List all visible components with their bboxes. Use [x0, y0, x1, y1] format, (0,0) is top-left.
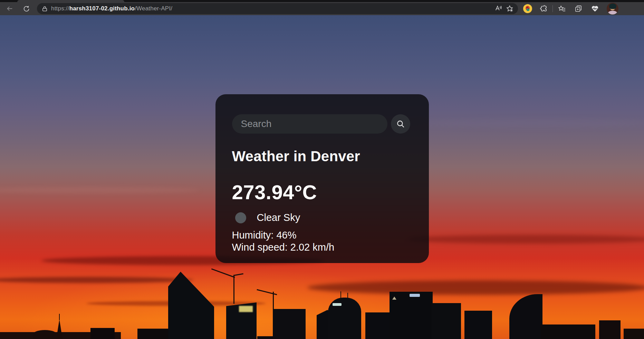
- search-button[interactable]: [391, 114, 410, 134]
- tall-dark-tower: [390, 292, 433, 339]
- curved-top-tower: [509, 294, 542, 339]
- wind-speed-text: Wind speed: 2.02 km/h: [232, 241, 412, 253]
- weather-title: Weather in Denver: [232, 148, 412, 165]
- church-spire-silhouette: [56, 319, 63, 339]
- search-input[interactable]: [232, 114, 387, 134]
- extensions-puzzle-icon: [539, 4, 548, 13]
- ladybug-extension-button[interactable]: [522, 3, 533, 14]
- extensions-button[interactable]: [538, 3, 549, 14]
- url-host: harsh3107-02.github.io: [69, 5, 135, 12]
- url-text: https://harsh3107-02.github.io/Weather-A…: [51, 5, 172, 12]
- page-viewport: Weather in Denver 273.94°C Clear Sky Hum…: [0, 15, 644, 339]
- favorites-button[interactable]: [556, 3, 567, 14]
- ladybug-extension-icon: [523, 4, 532, 13]
- url-scheme: https://: [51, 5, 69, 12]
- address-bar[interactable]: https://harsh3107-02.github.io/Weather-A…: [37, 3, 518, 14]
- favorites-star-icon: [558, 5, 566, 13]
- weather-card: Weather in Denver 273.94°C Clear Sky Hum…: [215, 94, 429, 263]
- collections-icon: [575, 5, 583, 13]
- weather-condition-text: Clear Sky: [257, 212, 300, 223]
- sloped-roof-tower: [226, 302, 257, 339]
- back-icon: [6, 5, 13, 12]
- heart-pulse-icon: [591, 4, 599, 13]
- url-path: /Weather-API/: [135, 5, 172, 12]
- dome-top-tower: [328, 298, 361, 339]
- weather-condition-icon: [232, 212, 249, 223]
- collections-button[interactable]: [573, 3, 584, 14]
- refresh-button[interactable]: [21, 3, 32, 14]
- slanted-spike-tower: [168, 272, 214, 339]
- refresh-icon: [23, 5, 30, 12]
- humidity-text: Humidity: 46%: [232, 229, 412, 241]
- lock-icon[interactable]: [42, 6, 48, 12]
- add-favorite-button[interactable]: [504, 3, 515, 14]
- read-aloud-button[interactable]: [493, 3, 504, 14]
- favorite-add-icon: [506, 5, 513, 12]
- temperature-value: 273.94°C: [232, 181, 412, 204]
- read-aloud-icon: [495, 5, 502, 12]
- search-icon: [396, 119, 405, 128]
- toolbar-divider: [552, 5, 553, 12]
- profile-avatar[interactable]: [607, 3, 618, 14]
- browser-toolbar: https://harsh3107-02.github.io/Weather-A…: [0, 2, 644, 15]
- browser-window: https://harsh3107-02.github.io/Weather-A…: [0, 0, 644, 339]
- back-button[interactable]: [4, 3, 15, 14]
- browser-essentials-button[interactable]: [589, 3, 600, 14]
